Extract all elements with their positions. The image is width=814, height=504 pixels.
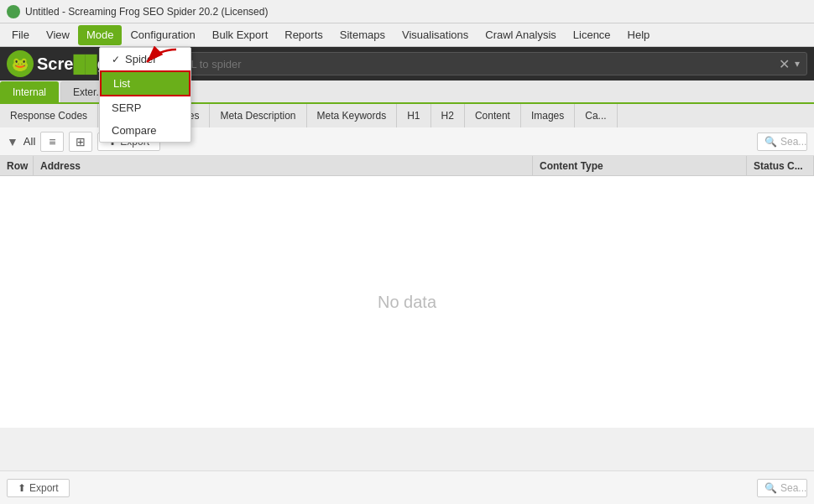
list-view-button[interactable]: ≡: [40, 132, 64, 152]
tab-meta-description[interactable]: Meta Description: [210, 104, 306, 127]
url-input-wrapper[interactable]: 🌐 ✕ ▾: [119, 52, 807, 75]
menu-licence[interactable]: Licence: [565, 25, 619, 45]
arrow-svg: [130, 45, 180, 79]
menu-configuration[interactable]: Configuration: [122, 25, 203, 45]
title-bar-text: Untitled - Screaming Frog SEO Spider 20.…: [25, 6, 268, 18]
logo-area: 🐸 Scre ██ g: [7, 50, 107, 77]
menu-view[interactable]: View: [38, 25, 78, 45]
tab-h1[interactable]: H1: [397, 104, 430, 127]
menu-reports[interactable]: Reports: [276, 25, 331, 45]
bottom-search-placeholder: Sea...: [780, 482, 806, 494]
menu-bar: File View Mode Configuration Bulk Export…: [0, 23, 814, 47]
url-input[interactable]: [146, 58, 774, 70]
col-header-row: Row: [0, 156, 34, 175]
menu-mode[interactable]: Mode: [78, 25, 123, 45]
data-area: No data: [0, 176, 814, 428]
filter-label: All: [23, 135, 35, 148]
search-icon: 🔍: [764, 136, 777, 148]
bottom-search-icon: 🔍: [764, 482, 777, 494]
search-box[interactable]: 🔍 Sea...: [757, 132, 807, 151]
menu-bulk-export[interactable]: Bulk Export: [204, 25, 276, 45]
tab-meta-keywords[interactable]: Meta Keywords: [307, 104, 398, 127]
logo-text: Scre: [37, 55, 73, 74]
tab-ca[interactable]: Ca...: [575, 104, 617, 127]
url-dropdown-button[interactable]: ▾: [795, 58, 800, 70]
menu-file[interactable]: File: [3, 25, 38, 45]
tab-images[interactable]: Images: [521, 104, 575, 127]
no-data-text: No data: [378, 293, 436, 312]
dropdown-item-serp[interactable]: SERP: [100, 96, 190, 119]
menu-crawl-analysis[interactable]: Crawl Analysis: [477, 25, 565, 45]
tab-response-codes[interactable]: Response Codes: [0, 104, 98, 127]
tab-internal[interactable]: Internal: [0, 81, 59, 102]
app-icon: [7, 5, 20, 18]
tab-content[interactable]: Content: [465, 104, 521, 127]
filter-icon: ▼: [7, 135, 18, 148]
search-placeholder: Sea...: [780, 136, 806, 148]
bottom-export-label: Export: [29, 482, 59, 494]
col-header-status: Status C...: [747, 156, 814, 175]
tab-h2[interactable]: H2: [431, 104, 465, 127]
dropdown-list-label: List: [113, 77, 130, 90]
menu-help[interactable]: Help: [619, 25, 659, 45]
bottom-export-icon: ⬆: [18, 482, 26, 494]
title-bar: Untitled - Screaming Frog SEO Spider 20.…: [0, 0, 814, 23]
checkmark-icon: ✓: [112, 54, 120, 65]
bottom-search-box[interactable]: 🔍 Sea...: [757, 479, 807, 497]
clear-url-button[interactable]: ✕: [779, 56, 790, 72]
dropdown-compare-label: Compare: [112, 124, 156, 137]
logo-frog-icon: 🐸: [7, 50, 34, 77]
dropdown-item-compare[interactable]: Compare: [100, 119, 190, 142]
col-header-address: Address: [34, 156, 533, 175]
col-header-content-type: Content Type: [533, 156, 747, 175]
menu-visualisations[interactable]: Visualisations: [394, 25, 477, 45]
bottom-export-button[interactable]: ⬆ Export: [7, 479, 70, 497]
menu-sitemaps[interactable]: Sitemaps: [331, 25, 394, 45]
tree-view-button[interactable]: ⊞: [69, 132, 92, 152]
dropdown-serp-label: SERP: [112, 101, 141, 114]
bottom-bar: ⬆ Export 🔍 Sea...: [0, 470, 814, 504]
column-headers: Row Address Content Type Status C...: [0, 156, 814, 176]
